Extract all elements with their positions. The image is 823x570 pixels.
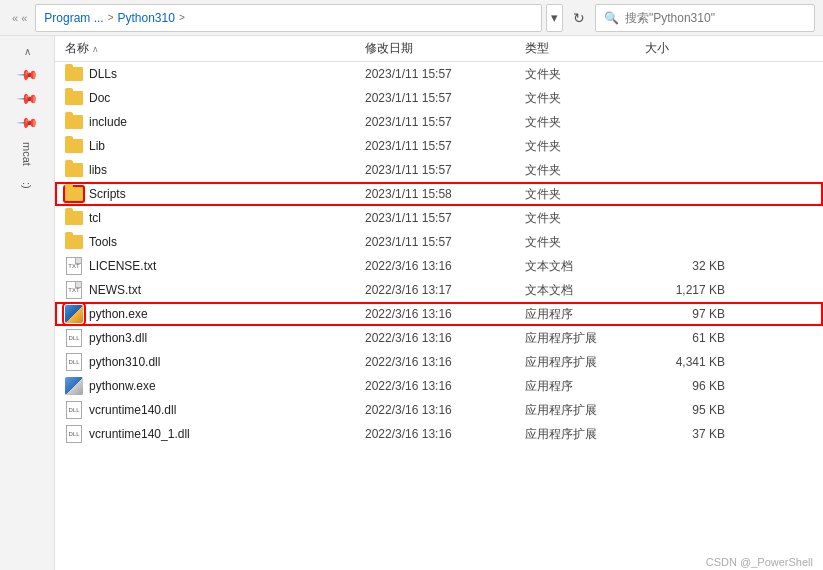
file-name-text: NEWS.txt xyxy=(89,283,141,297)
file-icon: DLL xyxy=(65,425,83,443)
table-row[interactable]: DLL python310.dll 2022/3/16 13:16 应用程序扩展… xyxy=(55,350,823,374)
sidebar-label2: :) xyxy=(21,178,33,193)
file-icon xyxy=(65,161,83,179)
table-row[interactable]: TXT LICENSE.txt 2022/3/16 13:16 文本文档 32 … xyxy=(55,254,823,278)
col-header-type[interactable]: 类型 xyxy=(525,40,645,57)
breadcrumb-sep2: > xyxy=(179,12,185,23)
file-date-cell: 2022/3/16 13:16 xyxy=(365,331,525,345)
table-row[interactable]: Tools 2023/1/11 15:57 文件夹 xyxy=(55,230,823,254)
table-row[interactable]: Lib 2023/1/11 15:57 文件夹 xyxy=(55,134,823,158)
file-date-cell: 2023/1/11 15:57 xyxy=(365,115,525,129)
folder-icon xyxy=(65,211,83,225)
folder-icon xyxy=(65,115,83,129)
file-icon: TXT xyxy=(65,281,83,299)
table-row[interactable]: Doc 2023/1/11 15:57 文件夹 xyxy=(55,86,823,110)
file-icon: DLL xyxy=(65,353,83,371)
nav-back-btn[interactable]: « « xyxy=(8,10,31,26)
file-type-cell: 文件夹 xyxy=(525,234,645,251)
table-row[interactable]: pythonw.exe 2022/3/16 13:16 应用程序 96 KB xyxy=(55,374,823,398)
file-type-cell: 应用程序扩展 xyxy=(525,426,645,443)
breadcrumb[interactable]: Program ... > Python310 > xyxy=(35,4,542,32)
dll-icon: DLL xyxy=(66,353,82,371)
file-name-text: Tools xyxy=(89,235,117,249)
file-date-cell: 2022/3/16 13:16 xyxy=(365,403,525,417)
file-date-cell: 2023/1/11 15:57 xyxy=(365,163,525,177)
pin-icon-2[interactable]: 📌 xyxy=(15,86,38,109)
file-icon xyxy=(65,209,83,227)
file-icon: DLL xyxy=(65,401,83,419)
table-row[interactable]: DLL vcruntime140_1.dll 2022/3/16 13:16 应… xyxy=(55,422,823,446)
file-type-cell: 应用程序 xyxy=(525,378,645,395)
file-date-cell: 2023/1/11 15:57 xyxy=(365,67,525,81)
file-size-cell: 96 KB xyxy=(645,379,725,393)
file-size-cell: 95 KB xyxy=(645,403,725,417)
file-list[interactable]: DLLs 2023/1/11 15:57 文件夹 Doc 2023/1/11 1… xyxy=(55,62,823,554)
txt-icon: TXT xyxy=(66,281,82,299)
folder-icon xyxy=(65,163,83,177)
col-header-date[interactable]: 修改日期 xyxy=(365,40,525,57)
main-area: ∧ 📌 📌 📌 mcat :) 名称 ∧ 修改日期 类型 大小 xyxy=(0,36,823,570)
file-date-cell: 2022/3/16 13:16 xyxy=(365,427,525,441)
sidebar: ∧ 📌 📌 📌 mcat :) xyxy=(0,36,55,570)
folder-icon xyxy=(65,139,83,153)
breadcrumb-sep1: > xyxy=(108,12,114,23)
file-name-text: vcruntime140_1.dll xyxy=(89,427,190,441)
file-icon xyxy=(65,185,83,203)
file-type-cell: 文件夹 xyxy=(525,162,645,179)
search-input[interactable] xyxy=(625,11,805,25)
file-type-cell: 文件夹 xyxy=(525,210,645,227)
col-header-size[interactable]: 大小 xyxy=(645,40,725,57)
table-row[interactable]: Scripts 2023/1/11 15:58 文件夹 xyxy=(55,182,823,206)
file-name-cell: DLL vcruntime140.dll xyxy=(65,401,365,419)
file-type-cell: 应用程序扩展 xyxy=(525,402,645,419)
file-type-cell: 文本文档 xyxy=(525,258,645,275)
file-name-text: include xyxy=(89,115,127,129)
file-name-cell: DLL python3.dll xyxy=(65,329,365,347)
table-row[interactable]: DLL python3.dll 2022/3/16 13:16 应用程序扩展 6… xyxy=(55,326,823,350)
file-type-cell: 应用程序扩展 xyxy=(525,330,645,347)
exe2-icon xyxy=(65,377,83,395)
table-row[interactable]: libs 2023/1/11 15:57 文件夹 xyxy=(55,158,823,182)
file-icon xyxy=(65,89,83,107)
file-date-cell: 2023/1/11 15:57 xyxy=(365,211,525,225)
scroll-up-btn[interactable]: ∧ xyxy=(17,44,37,58)
table-row[interactable]: DLLs 2023/1/11 15:57 文件夹 xyxy=(55,62,823,86)
file-name-text: LICENSE.txt xyxy=(89,259,156,273)
table-row[interactable]: tcl 2023/1/11 15:57 文件夹 xyxy=(55,206,823,230)
folder-highlighted-icon xyxy=(65,187,83,201)
file-type-cell: 文件夹 xyxy=(525,114,645,131)
search-icon: 🔍 xyxy=(604,11,619,25)
file-date-cell: 2023/1/11 15:57 xyxy=(365,139,525,153)
breadcrumb-dropdown-btn[interactable]: ▾ xyxy=(546,4,563,32)
file-date-cell: 2022/3/16 13:16 xyxy=(365,307,525,321)
file-explorer: 名称 ∧ 修改日期 类型 大小 DLLs 2023/1/11 15:57 文件夹 xyxy=(55,36,823,570)
col-header-name[interactable]: 名称 ∧ xyxy=(65,40,365,57)
pin-icon-1[interactable]: 📌 xyxy=(15,62,38,85)
file-name-cell: Lib xyxy=(65,137,365,155)
file-name-text: DLLs xyxy=(89,67,117,81)
nav-bar: « « Program ... > Python310 > ▾ ↻ 🔍 xyxy=(0,0,823,36)
file-name-cell: Tools xyxy=(65,233,365,251)
file-name-text: python310.dll xyxy=(89,355,160,369)
breadcrumb-part2[interactable]: Python310 xyxy=(118,11,175,25)
table-row[interactable]: include 2023/1/11 15:57 文件夹 xyxy=(55,110,823,134)
file-icon xyxy=(65,233,83,251)
file-name-cell: DLL vcruntime140_1.dll xyxy=(65,425,365,443)
file-name-text: tcl xyxy=(89,211,101,225)
file-size-cell: 1,217 KB xyxy=(645,283,725,297)
refresh-btn[interactable]: ↻ xyxy=(567,8,591,28)
table-row[interactable]: python.exe 2022/3/16 13:16 应用程序 97 KB xyxy=(55,302,823,326)
table-row[interactable]: DLL vcruntime140.dll 2022/3/16 13:16 应用程… xyxy=(55,398,823,422)
file-name-text: Lib xyxy=(89,139,105,153)
file-type-cell: 文件夹 xyxy=(525,186,645,203)
file-name-cell: TXT LICENSE.txt xyxy=(65,257,365,275)
pin-icon-3[interactable]: 📌 xyxy=(15,110,38,133)
file-date-cell: 2022/3/16 13:16 xyxy=(365,355,525,369)
breadcrumb-part1[interactable]: Program ... xyxy=(44,11,103,25)
table-row[interactable]: TXT NEWS.txt 2022/3/16 13:17 文本文档 1,217 … xyxy=(55,278,823,302)
sidebar-label: mcat xyxy=(21,138,33,170)
file-type-cell: 文件夹 xyxy=(525,138,645,155)
file-size-cell: 97 KB xyxy=(645,307,725,321)
file-type-cell: 文本文档 xyxy=(525,282,645,299)
search-box[interactable]: 🔍 xyxy=(595,4,815,32)
